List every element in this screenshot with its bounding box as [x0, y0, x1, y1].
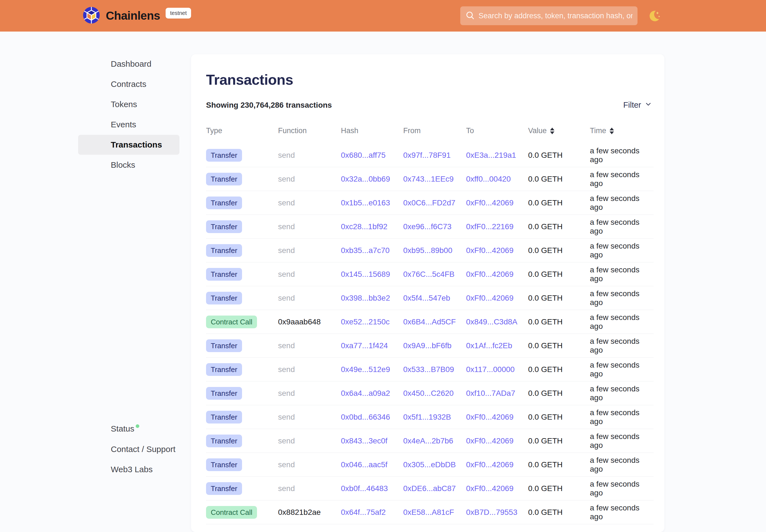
- sidebar: Dashboard Contracts Tokens: [0, 32, 191, 532]
- sidebar-item-blocks[interactable]: Blocks: [78, 155, 179, 175]
- tx-hash-link[interactable]: 0xc28...1bf92: [341, 222, 388, 231]
- chainlens-logo-icon: [82, 6, 100, 25]
- tx-to-link[interactable]: 0xE3a...219a1: [466, 151, 516, 159]
- tx-to-link[interactable]: 0xff0...00420: [466, 175, 511, 183]
- tx-hash-link[interactable]: 0x1b5...e0163: [341, 198, 390, 207]
- global-search[interactable]: [460, 6, 638, 25]
- tx-hash-link[interactable]: 0x398...bb3e2: [341, 294, 390, 302]
- sidebar-nav: Dashboard Contracts Tokens: [0, 54, 191, 175]
- tx-from-link[interactable]: 0xe96...f6C73: [403, 222, 452, 231]
- tx-value: 0.0 GETH: [528, 270, 590, 279]
- brand[interactable]: Chainlens testnet: [82, 0, 191, 32]
- table-header-row: Type Function Hash From To Value Time: [206, 126, 654, 143]
- tx-from-link[interactable]: 0x76C...5c4FB: [403, 270, 455, 278]
- tx-from-link[interactable]: 0x743...1EEc9: [403, 175, 454, 183]
- tx-hash-link[interactable]: 0x49e...512e9: [341, 365, 390, 374]
- sidebar-item-tokens[interactable]: Tokens: [78, 94, 179, 114]
- sidebar-item-contracts[interactable]: Contracts: [78, 74, 179, 94]
- tx-to-link[interactable]: 0xFf0...42069: [466, 294, 514, 302]
- tx-value: 0.0 GETH: [528, 484, 590, 493]
- tx-time: a few seconds ago: [590, 265, 654, 283]
- sidebar-footer: Status Contact / Support: [0, 419, 179, 479]
- table-row: Transfer send 0x843...3ec0f 0x4eA...2b7b…: [206, 429, 654, 453]
- cube-icon: [90, 160, 99, 170]
- tx-from-link[interactable]: 0xE58...A81cF: [403, 508, 454, 516]
- tx-function: send: [278, 437, 341, 445]
- tx-type-badge: Transfer: [206, 411, 242, 423]
- status-pulse-icon: [90, 424, 99, 434]
- sidebar-item-transactions[interactable]: Transactions: [78, 135, 179, 155]
- tx-from-link[interactable]: 0x305...eDbDB: [403, 460, 456, 469]
- tx-hash-link[interactable]: 0xe52...2150c: [341, 317, 390, 326]
- tx-hash-link[interactable]: 0x046...aac5f: [341, 460, 388, 469]
- tx-from-link[interactable]: 0x97f...78F91: [403, 151, 451, 159]
- search-icon: [465, 11, 475, 21]
- sidebar-item-label: Contact / Support: [111, 445, 175, 454]
- sidebar-item-label: Web3 Labs: [111, 465, 153, 474]
- tx-hash-link[interactable]: 0x6a4...a09a2: [341, 389, 390, 397]
- tx-to-link[interactable]: 0xFf0...42069: [466, 270, 514, 278]
- tx-from-link[interactable]: 0x4eA...2b7b6: [403, 437, 453, 445]
- tx-from-link[interactable]: 0x9A9...bF6fb: [403, 341, 452, 350]
- tx-to-link[interactable]: 0xFf0...42069: [466, 437, 514, 445]
- tx-to-link[interactable]: 0x1Af...fc2Eb: [466, 341, 512, 350]
- sort-time-button[interactable]: [610, 128, 614, 134]
- sidebar-item-status[interactable]: Status: [78, 419, 179, 439]
- tx-to-link[interactable]: 0xFf0...42069: [466, 198, 514, 207]
- tx-from-link[interactable]: 0x0C6...FD2d7: [403, 198, 455, 207]
- tx-hash-link[interactable]: 0x145...15689: [341, 270, 390, 278]
- tx-from-link[interactable]: 0x5f4...547eb: [403, 294, 450, 302]
- tx-to-link[interactable]: 0xB7D...79553: [466, 508, 517, 516]
- tx-value: 0.0 GETH: [528, 413, 590, 422]
- tx-function: send: [278, 460, 341, 469]
- table-row: Transfer send 0xb35...a7c70 0xb95...89b0…: [206, 239, 654, 262]
- sidebar-item-events[interactable]: Events: [78, 115, 179, 135]
- sidebar-item-web3-labs[interactable]: Web3 Labs: [78, 459, 179, 479]
- sort-value-button[interactable]: [550, 128, 555, 134]
- tx-from-link[interactable]: 0xDE6...abC87: [403, 484, 456, 493]
- tx-from-link[interactable]: 0xb95...89b00: [403, 246, 453, 255]
- tx-from-link[interactable]: 0x6B4...Ad5CF: [403, 317, 456, 326]
- tx-hash-link[interactable]: 0xa77...1f424: [341, 341, 388, 350]
- tx-from-link[interactable]: 0x450...C2620: [403, 389, 454, 397]
- tx-type-badge: Transfer: [206, 458, 242, 471]
- tx-function: send: [278, 294, 341, 303]
- tx-type-badge: Transfer: [206, 292, 242, 304]
- tx-hash-link[interactable]: 0x64f...75af2: [341, 508, 386, 516]
- sidebar-item-contact-support[interactable]: Contact / Support: [78, 439, 179, 459]
- tx-from-link[interactable]: 0x533...B7B09: [403, 365, 454, 374]
- tx-hash-link[interactable]: 0xb0f...46483: [341, 484, 388, 493]
- search-input[interactable]: [479, 12, 633, 20]
- table-row: Transfer send 0x046...aac5f 0x305...eDbD…: [206, 453, 654, 477]
- tx-from-link[interactable]: 0x5f1...1932B: [403, 413, 451, 421]
- sidebar-item-dashboard[interactable]: Dashboard: [78, 54, 179, 74]
- tx-hash-link[interactable]: 0x0bd...66346: [341, 413, 390, 421]
- tx-value: 0.0 GETH: [528, 389, 590, 398]
- tx-to-link[interactable]: 0xfF0...22169: [466, 222, 514, 231]
- token-icon: [90, 99, 99, 109]
- tx-hash-link[interactable]: 0x32a...0bb69: [341, 175, 390, 183]
- tx-value: 0.0 GETH: [528, 460, 590, 469]
- transactions-table: Type Function Hash From To Value Time Tr…: [206, 126, 654, 524]
- tx-to-link[interactable]: 0xFf0...42069: [466, 246, 514, 255]
- tx-hash-link[interactable]: 0x680...aff75: [341, 151, 386, 159]
- tx-to-link[interactable]: 0xf10...7ADa7: [466, 389, 515, 397]
- tx-to-link[interactable]: 0x117...00000: [466, 365, 515, 374]
- tx-time: a few seconds ago: [590, 384, 654, 402]
- tx-hash-link[interactable]: 0xb35...a7c70: [341, 246, 390, 255]
- tx-to-link[interactable]: 0x849...C3d8A: [466, 317, 517, 326]
- tx-time: a few seconds ago: [590, 456, 654, 474]
- table-row: Contract Call 0x8821b2ae 0x64f...75af2 0…: [206, 500, 654, 524]
- globe-icon: [90, 464, 99, 474]
- dark-mode-toggle[interactable]: [648, 9, 662, 23]
- filter-button[interactable]: Filter: [623, 100, 652, 110]
- tx-to-link[interactable]: 0xFf0...42069: [466, 484, 514, 493]
- tx-hash-link[interactable]: 0x843...3ec0f: [341, 437, 388, 445]
- tx-to-link[interactable]: 0xFf0...42069: [466, 460, 514, 469]
- tx-type-badge: Transfer: [206, 197, 242, 209]
- table-row: Transfer send 0x6a4...a09a2 0x450...C262…: [206, 381, 654, 405]
- table-row: Transfer send 0xa77...1f424 0x9A9...bF6f…: [206, 334, 654, 358]
- tx-to-link[interactable]: 0xFf0...42069: [466, 413, 514, 421]
- column-header-from: From: [403, 126, 466, 135]
- tx-function: send: [278, 389, 341, 398]
